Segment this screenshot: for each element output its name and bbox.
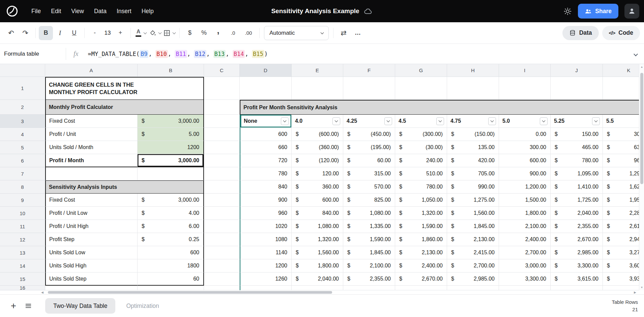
cell-K11[interactable]: $2,610.00 — [603, 220, 639, 233]
column-header-G[interactable]: G — [395, 64, 447, 77]
cell-I11[interactable]: 2,100.00 — [499, 220, 551, 233]
cell-I9[interactable]: 1,500.00 — [499, 194, 551, 207]
cell-F4[interactable]: $(450.00) — [343, 128, 395, 141]
cell-C2[interactable] — [204, 100, 240, 115]
cell-K1[interactable] — [603, 77, 639, 100]
cell-C6[interactable] — [204, 154, 240, 167]
dropdown-button[interactable] — [436, 117, 444, 125]
scroll-left-icon[interactable]: ◀ — [41, 290, 43, 294]
cell-E8[interactable]: $360.00 — [292, 180, 343, 194]
row-header-14[interactable]: 14 — [0, 259, 45, 272]
row-header-3[interactable]: 3 — [0, 115, 45, 128]
cell-H12[interactable]: $2,130.00 — [447, 233, 499, 246]
cell-F8[interactable]: $570.00 — [343, 180, 395, 194]
decrease-decimal-button[interactable]: .0 — [225, 26, 241, 40]
cell-H4[interactable]: $(150.00) — [447, 128, 499, 141]
cell-I7[interactable]: 900.00 — [499, 167, 551, 180]
cell-I13[interactable]: 2,700.00 — [499, 246, 551, 259]
cell-A3[interactable]: Fixed Cost — [45, 115, 138, 128]
cell-C4[interactable] — [204, 128, 240, 141]
cell-A6[interactable]: Profit / Month — [45, 154, 138, 167]
formula-input[interactable]: =MY_DATA_TABLE(B9, B10, B11, B12, B13, B… — [88, 50, 267, 58]
font-size-value[interactable]: 13 — [102, 30, 113, 36]
name-box[interactable]: Formula table — [0, 48, 66, 60]
cell-B6[interactable]: $3,000.00 — [138, 154, 204, 167]
dropdown-button[interactable] — [281, 117, 289, 125]
cell-G5[interactable]: $(30.00) — [395, 141, 447, 154]
italic-button[interactable]: I — [53, 26, 67, 40]
vertical-scrollbar[interactable]: ▲ ▼ — [639, 64, 644, 290]
cell-K12[interactable]: $2,940.00 — [603, 233, 639, 246]
row-header-7[interactable]: 7 — [0, 167, 45, 180]
cell-K9[interactable]: $1,950.00 — [603, 194, 639, 207]
cell-A10[interactable]: Profit / Unit Low — [45, 207, 138, 220]
cell-H8[interactable]: $990.00 — [447, 180, 499, 194]
redo-button[interactable]: ↷ — [18, 26, 32, 40]
cell-I16[interactable] — [499, 286, 551, 290]
column-header-B[interactable]: B — [138, 64, 204, 77]
cell-H10[interactable]: $1,560.00 — [447, 207, 499, 220]
cell-G4[interactable]: $(300.00) — [395, 128, 447, 141]
percent-format-button[interactable]: % — [197, 26, 211, 40]
cell-D11[interactable]: 1020 — [240, 220, 292, 233]
row-header-8[interactable]: 8 — [0, 180, 45, 194]
cell-C7[interactable] — [204, 167, 240, 180]
cell-A1[interactable]: CHANGE GREEN CELLS IN THE MONTHLY PROFIT… — [45, 77, 204, 100]
cell-A8[interactable]: Sensitivity Analysis Inputs — [45, 180, 204, 194]
column-header-C[interactable]: C — [204, 64, 240, 77]
horizontal-scrollbar[interactable]: ◀ ▶ — [0, 290, 639, 294]
cell-E9[interactable]: $600.00 — [292, 194, 343, 207]
cell-C8[interactable] — [204, 180, 240, 194]
cell-D9[interactable]: 900 — [240, 194, 292, 207]
cell-E13[interactable]: $1,560.00 — [292, 246, 343, 259]
underline-button[interactable]: U — [67, 26, 81, 40]
document-title[interactable]: Sensitivity Analysis Example — [271, 7, 373, 16]
cell-B14[interactable]: 1800 — [138, 259, 204, 272]
column-header-H[interactable]: H — [447, 64, 499, 77]
cell-F5[interactable]: $(195.00) — [343, 141, 395, 154]
cell-C5[interactable] — [204, 141, 240, 154]
cell-C14[interactable] — [204, 259, 240, 272]
cell-H5[interactable]: $135.00 — [447, 141, 499, 154]
cell-C9[interactable] — [204, 194, 240, 207]
column-header-D[interactable]: D — [240, 64, 292, 77]
row-header-1[interactable]: 1 — [0, 77, 45, 100]
cell-A16[interactable] — [45, 286, 138, 290]
cell-J10[interactable]: $2,040.00 — [551, 207, 603, 220]
dropdown-button[interactable] — [384, 117, 392, 125]
code-view-button[interactable]: </> Code — [602, 26, 640, 40]
column-header-K[interactable]: K — [603, 64, 639, 77]
cell-J7[interactable]: $1,095.00 — [551, 167, 603, 180]
cell-K10[interactable]: $2,280.00 — [603, 207, 639, 220]
column-header-F[interactable]: F — [343, 64, 395, 77]
cell-F10[interactable]: $1,080.00 — [343, 207, 395, 220]
cell-H1[interactable] — [447, 77, 499, 100]
fill-color-button[interactable] — [148, 26, 162, 40]
cell-G16[interactable] — [395, 286, 447, 290]
menu-view[interactable]: View — [66, 5, 89, 18]
increase-font-size-button[interactable]: + — [113, 26, 127, 40]
column-header-I[interactable]: I — [499, 64, 551, 77]
sheet-list-button[interactable] — [21, 298, 36, 313]
cell-B9[interactable]: $3,000.00 — [138, 194, 204, 207]
cell-F14[interactable]: $2,100.00 — [343, 259, 395, 272]
data-view-button[interactable]: Data — [562, 26, 599, 40]
cell-A12[interactable]: Profit Step — [45, 233, 138, 246]
cell-A5[interactable]: Units Sold / Month — [45, 141, 138, 154]
cell-K4[interactable]: $300.00 — [603, 128, 639, 141]
decrease-font-size-button[interactable]: - — [88, 26, 102, 40]
cell-D6[interactable]: 720 — [240, 154, 292, 167]
dropdown-button[interactable] — [540, 117, 548, 125]
cell-A4[interactable]: Profit / Unit — [45, 128, 138, 141]
cell-C11[interactable] — [204, 220, 240, 233]
cell-E1[interactable] — [292, 77, 343, 100]
cell-E7[interactable]: $120.00 — [292, 167, 343, 180]
row-header-15[interactable]: 15 — [0, 272, 45, 286]
cell-A9[interactable]: Fixed Cost — [45, 194, 138, 207]
dropdown-button[interactable] — [488, 117, 496, 125]
cell-H9[interactable]: $1,275.00 — [447, 194, 499, 207]
scroll-down-icon[interactable]: ▼ — [639, 286, 644, 289]
cell-J4[interactable]: $150.00 — [551, 128, 603, 141]
cell-J3[interactable]: 5.25 — [551, 115, 603, 128]
cell-H11[interactable]: $1,845.00 — [447, 220, 499, 233]
